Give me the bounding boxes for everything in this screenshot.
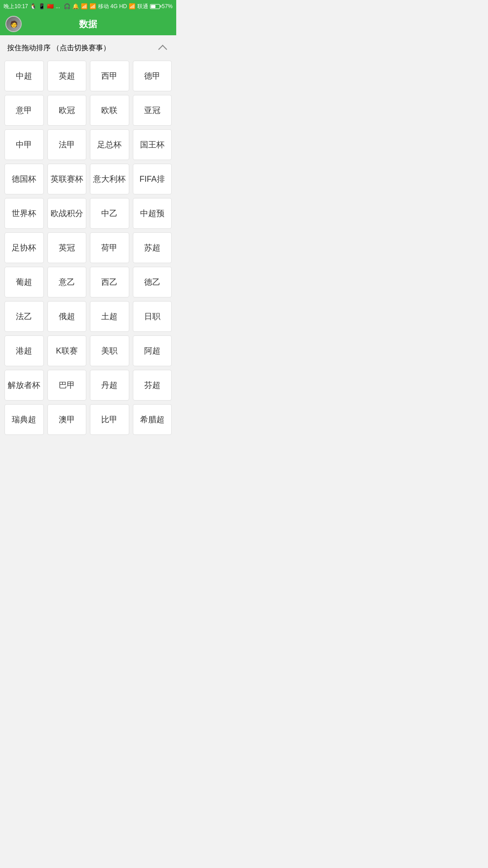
status-left: 晚上10:17 🐧 📱 🇨🇳 ... bbox=[4, 3, 60, 10]
league-item[interactable]: 俄超 bbox=[47, 301, 87, 332]
signal-icon2: 📶 bbox=[129, 3, 136, 9]
battery-indicator bbox=[150, 4, 160, 9]
league-item[interactable]: 中超 bbox=[5, 61, 44, 91]
ellipsis: ... bbox=[56, 3, 60, 9]
league-item[interactable]: 美职 bbox=[90, 335, 129, 366]
league-item[interactable]: K联赛 bbox=[47, 335, 87, 366]
league-item[interactable]: 葡超 bbox=[5, 267, 44, 297]
app-icon1: 📱 bbox=[38, 3, 45, 9]
headphone-icon: 🎧 bbox=[64, 3, 70, 9]
page-title: 数据 bbox=[79, 18, 97, 30]
league-item[interactable]: 土超 bbox=[90, 301, 129, 332]
league-item[interactable]: 英冠 bbox=[47, 232, 87, 263]
status-right: 🎧 🔔 📶 📶 移动 4G HD 📶 联通 57% bbox=[64, 3, 173, 10]
league-grid-container: 中超英超西甲德甲意甲欧冠欧联亚冠中甲法甲足总杯国王杯德国杯英联赛杯意大利杯FIF… bbox=[0, 59, 176, 442]
league-item[interactable]: 澳甲 bbox=[47, 404, 87, 435]
league-item[interactable]: 德国杯 bbox=[5, 164, 44, 194]
league-item[interactable]: 阿超 bbox=[133, 335, 172, 366]
league-item[interactable]: 西乙 bbox=[90, 267, 129, 297]
status-bar: 晚上10:17 🐧 📱 🇨🇳 ... 🎧 🔔 📶 📶 移动 4G HD 📶 联通… bbox=[0, 0, 176, 13]
carrier2-label: 联通 bbox=[137, 3, 148, 10]
league-item[interactable]: FIFA排 bbox=[133, 164, 172, 194]
league-item[interactable]: 足协杯 bbox=[5, 232, 44, 263]
league-item[interactable]: 港超 bbox=[5, 335, 44, 366]
league-item[interactable]: 亚冠 bbox=[133, 95, 172, 126]
league-item[interactable]: 瑞典超 bbox=[5, 404, 44, 435]
league-item[interactable]: 希腊超 bbox=[133, 404, 172, 435]
league-item[interactable]: 意甲 bbox=[5, 95, 44, 126]
league-item[interactable]: 法甲 bbox=[47, 129, 87, 160]
sort-label: 按住拖动排序 （点击切换赛事） bbox=[7, 43, 110, 53]
chevron-up-icon bbox=[158, 45, 167, 54]
league-item[interactable]: 欧战积分 bbox=[47, 198, 87, 229]
league-item[interactable]: 德乙 bbox=[133, 267, 172, 297]
sort-sub-label: （点击切换赛事） bbox=[52, 44, 110, 52]
league-item[interactable]: 中乙 bbox=[90, 198, 129, 229]
league-item[interactable]: 欧联 bbox=[90, 95, 129, 126]
app-header: 🧑 数据 bbox=[0, 13, 176, 35]
league-item[interactable]: 解放者杯 bbox=[5, 370, 44, 401]
avatar-image: 🧑 bbox=[6, 17, 21, 31]
league-item[interactable]: 法乙 bbox=[5, 301, 44, 332]
league-item[interactable]: 巴甲 bbox=[47, 370, 87, 401]
league-item[interactable]: 日职 bbox=[133, 301, 172, 332]
league-item[interactable]: 苏超 bbox=[133, 232, 172, 263]
league-item[interactable]: 荷甲 bbox=[90, 232, 129, 263]
league-item[interactable]: 英联赛杯 bbox=[47, 164, 87, 194]
time-display: 晚上10:17 bbox=[4, 3, 28, 10]
alarm-icon: 🔔 bbox=[72, 3, 79, 9]
league-item[interactable]: 西甲 bbox=[90, 61, 129, 91]
league-item[interactable]: 德甲 bbox=[133, 61, 172, 91]
wifi-icon: 📶 bbox=[81, 3, 88, 9]
sort-main-label: 按住拖动排序 bbox=[7, 44, 51, 52]
league-item[interactable]: 中甲 bbox=[5, 129, 44, 160]
league-item[interactable]: 丹超 bbox=[90, 370, 129, 401]
league-item[interactable]: 意大利杯 bbox=[90, 164, 129, 194]
avatar[interactable]: 🧑 bbox=[5, 16, 22, 32]
league-item[interactable]: 世界杯 bbox=[5, 198, 44, 229]
league-item[interactable]: 欧冠 bbox=[47, 95, 87, 126]
league-item[interactable]: 比甲 bbox=[90, 404, 129, 435]
league-item[interactable]: 英超 bbox=[47, 61, 87, 91]
qq-icon: 🐧 bbox=[30, 3, 37, 9]
carrier-label: 移动 4G HD bbox=[98, 3, 127, 10]
league-item[interactable]: 中超预 bbox=[133, 198, 172, 229]
battery-percent: 57% bbox=[162, 3, 173, 9]
league-grid: 中超英超西甲德甲意甲欧冠欧联亚冠中甲法甲足总杯国王杯德国杯英联赛杯意大利杯FIF… bbox=[5, 61, 172, 435]
league-item[interactable]: 足总杯 bbox=[90, 129, 129, 160]
league-item[interactable]: 意乙 bbox=[47, 267, 87, 297]
collapse-button[interactable] bbox=[156, 42, 169, 54]
sort-bar: 按住拖动排序 （点击切换赛事） bbox=[0, 35, 176, 59]
league-item[interactable]: 芬超 bbox=[133, 370, 172, 401]
signal-icon: 📶 bbox=[89, 3, 96, 9]
app-icon2: 🇨🇳 bbox=[47, 3, 54, 9]
league-item[interactable]: 国王杯 bbox=[133, 129, 172, 160]
